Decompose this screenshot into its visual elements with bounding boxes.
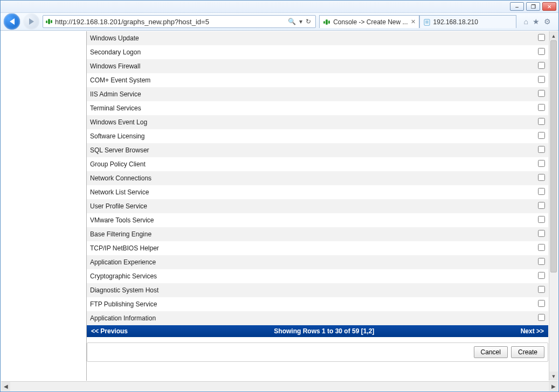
table-row[interactable]: Terminal Services [87,101,548,115]
service-checkbox[interactable] [538,188,545,195]
create-button[interactable]: Create [511,346,544,358]
table-row[interactable]: FTP Publishing Service [87,297,548,311]
service-checkbox[interactable] [538,230,545,237]
service-checkbox[interactable] [538,34,545,41]
cancel-button[interactable]: Cancel [474,346,508,358]
window-maximize-button[interactable]: ❐ [526,2,540,11]
nav-back-button[interactable] [4,13,20,30]
scroll-right-icon[interactable]: ▶ [549,382,558,391]
service-checkbox[interactable] [538,314,545,321]
service-checkbox-cell [534,59,548,73]
service-checkbox[interactable] [538,76,545,83]
service-checkbox[interactable] [538,286,545,293]
table-row[interactable]: Application Information [87,311,548,325]
service-checkbox[interactable] [538,146,545,153]
service-checkbox[interactable] [538,160,545,167]
dropdown-icon[interactable]: ▾ [299,18,302,25]
search-icon[interactable]: 🔍 [288,18,296,25]
service-checkbox-cell [534,143,548,157]
service-checkbox[interactable] [538,272,545,279]
window-minimize-button[interactable]: – [510,2,524,11]
service-checkbox[interactable] [538,132,545,139]
service-checkbox[interactable] [538,174,545,181]
hscroll-track[interactable] [10,382,549,391]
table-row[interactable]: Cryptographic Services [87,269,548,283]
pager-previous-link[interactable]: << Previous [91,327,128,335]
table-row[interactable]: Windows Firewall [87,59,548,73]
service-name-cell: Windows Update [87,31,534,45]
browser-window: – ❐ ✕ 🔍 ▾ ↻ Console -> Create New ... [0,0,559,392]
service-name-cell: Terminal Services [87,101,534,115]
service-checkbox[interactable] [538,48,545,55]
favorites-icon[interactable]: ★ [533,17,540,26]
url-input[interactable] [55,18,284,26]
pager-next-link[interactable]: Next >> [521,327,544,335]
service-checkbox[interactable] [538,202,545,209]
service-checkbox[interactable] [538,118,545,125]
table-row[interactable]: Group Policy Client [87,157,548,171]
home-icon[interactable]: ⌂ [524,17,528,26]
table-row[interactable]: IIS Admin Service [87,87,548,101]
min-icon: – [515,4,519,10]
table-row[interactable]: Base Filtering Engine [87,227,548,241]
service-checkbox-cell [534,283,548,297]
table-row[interactable]: Secondary Logon [87,45,548,59]
cacti-favicon-icon [323,18,330,26]
service-checkbox-cell [534,31,548,45]
service-name-cell: Software Licensing [87,129,534,143]
service-checkbox-cell [534,87,548,101]
service-checkbox-cell [534,73,548,87]
pagination-bar: << Previous Showing Rows 1 to 30 of 59 [… [87,325,548,337]
service-checkbox-cell [534,157,548,171]
service-name-cell: SQL Server Browser [87,143,534,157]
service-checkbox[interactable] [538,258,545,265]
table-row[interactable]: Network List Service [87,185,548,199]
tab-close-icon[interactable]: ✕ [411,18,416,25]
scroll-up-icon[interactable]: ▲ [549,31,558,40]
scroll-left-icon[interactable]: ◀ [1,382,10,391]
scroll-thumb[interactable] [550,40,557,272]
service-checkbox[interactable] [538,62,545,69]
table-row[interactable]: Software Licensing [87,129,548,143]
table-row[interactable]: COM+ Event System [87,73,548,87]
service-checkbox[interactable] [538,244,545,251]
table-row[interactable]: Windows Update [87,31,548,45]
arrow-right-icon [29,18,34,25]
nav-forward-button[interactable] [23,13,39,30]
tab-console[interactable]: Console -> Create New ... ✕ [319,15,419,28]
table-row[interactable]: SQL Server Browser [87,143,548,157]
arrow-left-icon [10,18,15,25]
tab-host[interactable]: 192.168.18.210 [419,15,516,28]
left-panel-spacer [1,31,86,381]
scroll-track[interactable] [549,40,558,372]
horizontal-scrollbar[interactable]: ◀ ▶ [1,381,558,391]
service-name-cell: VMware Tools Service [87,213,534,227]
address-bar[interactable]: 🔍 ▾ ↻ [43,15,316,28]
table-row[interactable]: Network Connections [87,171,548,185]
window-close-button[interactable]: ✕ [542,2,556,11]
service-name-cell: Secondary Logon [87,45,534,59]
table-row[interactable]: Diagnostic System Host [87,283,548,297]
service-checkbox-cell [534,255,548,269]
service-checkbox[interactable] [538,300,545,307]
table-row[interactable]: TCP/IP NetBIOS Helper [87,241,548,255]
notepad-favicon-icon [423,18,431,26]
cacti-favicon-icon [45,18,53,25]
table-row[interactable]: Application Experience [87,255,548,269]
table-row[interactable]: VMware Tools Service [87,213,548,227]
browser-toolbar: 🔍 ▾ ↻ Console -> Create New ... ✕ 192.16… [1,12,558,31]
vertical-scrollbar[interactable]: ▲ ▼ [549,31,558,381]
scroll-down-icon[interactable]: ▼ [549,372,558,381]
service-checkbox-cell [534,171,548,185]
max-icon: ❐ [531,4,536,10]
table-row[interactable]: Windows Event Log [87,115,548,129]
settings-gear-icon[interactable]: ⚙ [544,17,551,26]
service-checkbox-cell [534,115,548,129]
tab-strip: Console -> Create New ... ✕ 192.168.18.2… [319,15,516,28]
refresh-icon[interactable]: ↻ [306,18,311,25]
service-checkbox[interactable] [538,216,545,223]
service-checkbox[interactable] [538,90,545,97]
service-checkbox[interactable] [538,104,545,111]
pager-status-text: Showing Rows 1 to 30 of 59 [1,2] [128,327,521,335]
table-row[interactable]: User Profile Service [87,199,548,213]
